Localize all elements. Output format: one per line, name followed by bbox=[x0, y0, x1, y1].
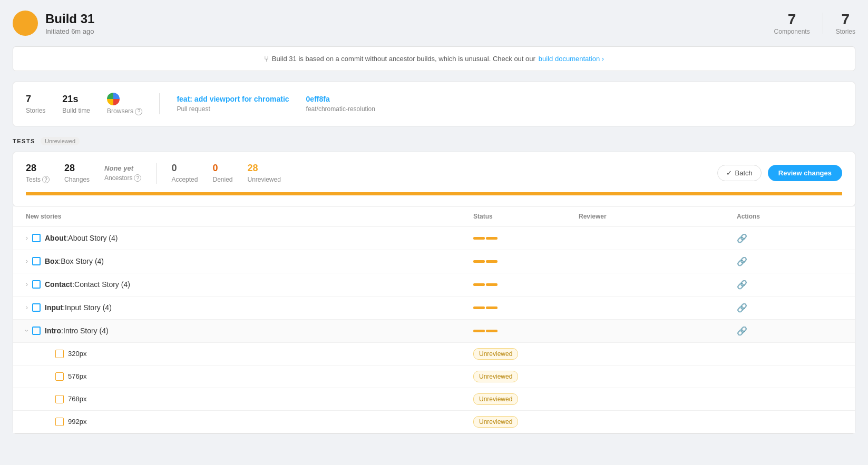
status-seg bbox=[473, 260, 485, 263]
unreviewed-count: 28 bbox=[248, 163, 281, 174]
stat-divider bbox=[823, 13, 823, 34]
col-actions: Actions bbox=[737, 213, 842, 220]
tests-label: Tests ? bbox=[26, 176, 50, 183]
table-row: › Box:Box Story (4) 🔗 bbox=[13, 250, 855, 273]
build-docs-link[interactable]: build documentation › bbox=[539, 55, 604, 63]
assign-reviewer-icon[interactable]: 🔗 bbox=[737, 303, 747, 312]
story-icon bbox=[32, 303, 41, 312]
batch-button[interactable]: ✓ Batch bbox=[717, 165, 762, 181]
row-name-text: About:About Story (4) bbox=[45, 234, 118, 242]
status-seg bbox=[486, 330, 498, 332]
row-name-contact: › Contact:Contact Story (4) bbox=[26, 280, 473, 289]
expand-about-icon[interactable]: › bbox=[26, 234, 28, 242]
denied-stat: 0 Denied bbox=[212, 163, 232, 183]
changes-label: Changes bbox=[64, 176, 90, 183]
status-seg bbox=[486, 237, 498, 240]
branch-icon: ⑂ bbox=[264, 54, 269, 63]
expand-input-icon[interactable]: › bbox=[26, 304, 28, 311]
expand-intro-icon[interactable]: › bbox=[23, 330, 31, 332]
batch-check-icon: ✓ bbox=[726, 169, 732, 177]
sub-row-992: 992px Unreviewed bbox=[13, 411, 855, 433]
sub-row-status: Unreviewed bbox=[473, 371, 579, 382]
table-row: › Input:Input Story (4) 🔗 bbox=[13, 296, 855, 320]
assign-reviewer-icon[interactable]: 🔗 bbox=[737, 280, 747, 289]
ancestors-help-icon[interactable]: ? bbox=[134, 174, 141, 182]
status-bar bbox=[473, 330, 579, 332]
tests-card: 28 Tests ? 28 Changes None yet Ancestors… bbox=[13, 152, 855, 206]
sub-story-icon bbox=[55, 418, 64, 426]
row-status-intro bbox=[473, 330, 579, 332]
row-status-input bbox=[473, 306, 579, 309]
stories-table: New stories Status Reviewer Actions › Ab… bbox=[13, 206, 855, 434]
accepted-stat: 0 Accepted bbox=[171, 163, 198, 183]
unreviewed-badge: Unreviewed bbox=[473, 416, 518, 428]
status-seg bbox=[473, 283, 485, 286]
assign-reviewer-icon[interactable]: 🔗 bbox=[737, 234, 747, 243]
info-divider bbox=[159, 93, 160, 114]
table-row: › About:About Story (4) 🔗 bbox=[13, 227, 855, 250]
tests-stats-left: 28 Tests ? 28 Changes None yet Ancestors… bbox=[26, 163, 281, 184]
row-status-contact bbox=[473, 283, 579, 286]
expand-contact-icon[interactable]: › bbox=[26, 281, 28, 288]
sub-row-status: Unreviewed bbox=[473, 416, 579, 428]
header-left: Build 31 Initiated 6m ago bbox=[13, 11, 94, 36]
unreviewed-stat: 28 Unreviewed bbox=[248, 163, 281, 183]
sub-row-name: 576px bbox=[55, 372, 473, 381]
unreviewed-badge: Unreviewed bbox=[473, 393, 518, 405]
stories-label: Stories bbox=[836, 28, 855, 35]
assign-reviewer-icon[interactable]: 🔗 bbox=[737, 257, 747, 266]
build-info-card: 7 Stories 21s Build time Browsers ? feat… bbox=[13, 82, 855, 126]
row-actions-about: 🔗 bbox=[737, 233, 842, 243]
row-status-box bbox=[473, 260, 579, 263]
sub-row-status: Unreviewed bbox=[473, 393, 579, 405]
build-time-value: 21s bbox=[62, 94, 90, 105]
col-reviewer: Reviewer bbox=[579, 213, 737, 220]
status-seg bbox=[473, 330, 485, 332]
ancestors-stat: None yet Ancestors ? bbox=[104, 164, 141, 182]
story-icon bbox=[32, 327, 41, 335]
sub-story-icon bbox=[55, 395, 64, 403]
build-title: Build 31 bbox=[45, 12, 94, 26]
build-time-stat: 21s Build time bbox=[62, 94, 90, 114]
review-changes-button[interactable]: Review changes bbox=[768, 165, 842, 181]
status-bar bbox=[473, 237, 579, 240]
page-header: Build 31 Initiated 6m ago 7 Components 7… bbox=[13, 11, 855, 36]
stories-info-count: 7 bbox=[26, 94, 45, 105]
pull-request-stat: feat: add viewport for chromatic Pull re… bbox=[177, 95, 289, 113]
ancestor-banner: ⑂ Build 31 is based on a commit without … bbox=[13, 46, 855, 71]
build-subtitle: Initiated 6m ago bbox=[45, 27, 94, 35]
row-name-text: Input:Input Story (4) bbox=[45, 303, 112, 312]
accepted-label: Accepted bbox=[171, 176, 198, 183]
row-name-box: › Box:Box Story (4) bbox=[26, 257, 473, 265]
col-status: Status bbox=[473, 213, 579, 220]
row-name-about: › About:About Story (4) bbox=[26, 234, 473, 242]
row-name-text: Intro:Intro Story (4) bbox=[45, 327, 109, 335]
ancestors-label: Ancestors ? bbox=[104, 174, 141, 182]
col-stories: New stories bbox=[26, 213, 473, 220]
browsers-label: Browsers ? bbox=[107, 107, 142, 115]
sub-story-icon bbox=[55, 372, 64, 381]
sub-row-768: 768px Unreviewed bbox=[13, 388, 855, 411]
changes-count: 28 bbox=[64, 163, 90, 174]
stories-info-label: Stories bbox=[26, 107, 45, 114]
header-stats: 7 Components 7 Stories bbox=[774, 11, 855, 35]
sub-row-576: 576px Unreviewed bbox=[13, 365, 855, 388]
story-icon bbox=[32, 257, 41, 265]
sub-row-name: 320px bbox=[55, 350, 473, 358]
status-seg bbox=[473, 306, 485, 309]
tests-header: TESTS Unreviewed bbox=[13, 137, 855, 145]
browsers-row bbox=[107, 93, 142, 105]
commit-stat: 0eff8fa feat/chromatic-resolution bbox=[306, 95, 375, 113]
unreviewed-badge: Unreviewed bbox=[473, 371, 518, 382]
pull-request-link[interactable]: feat: add viewport for chromatic bbox=[177, 95, 289, 103]
commit-hash-link[interactable]: 0eff8fa bbox=[306, 95, 375, 103]
assign-reviewer-icon[interactable]: 🔗 bbox=[737, 327, 747, 335]
expand-box-icon[interactable]: › bbox=[26, 258, 28, 265]
table-header: New stories Status Reviewer Actions bbox=[13, 206, 855, 227]
sub-row-status: Unreviewed bbox=[473, 348, 579, 360]
tests-help-icon[interactable]: ? bbox=[42, 176, 50, 183]
browsers-help-icon[interactable]: ? bbox=[135, 108, 142, 115]
tests-count-stat: 28 Tests ? bbox=[26, 163, 50, 183]
row-name-text: Contact:Contact Story (4) bbox=[45, 280, 130, 289]
chrome-icon bbox=[107, 93, 120, 105]
